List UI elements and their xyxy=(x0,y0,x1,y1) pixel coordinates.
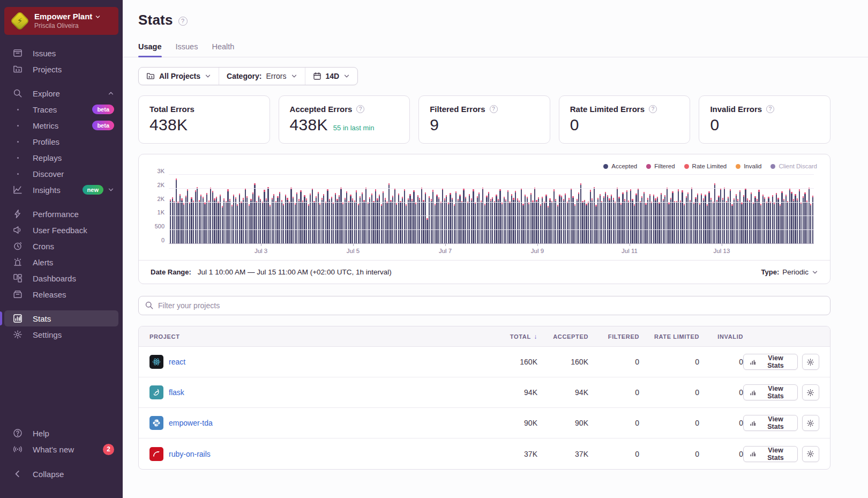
sidebar-item-crons[interactable]: Crons xyxy=(4,238,118,254)
legend-item-invalid[interactable]: Invalid xyxy=(736,163,761,169)
legend-item-client-discard[interactable]: Client Discard xyxy=(770,163,817,169)
chart-bar xyxy=(624,199,625,243)
help-icon[interactable]: ? xyxy=(649,105,657,113)
issues-icon xyxy=(13,48,23,58)
project-link[interactable]: flask xyxy=(169,388,184,397)
column-header-accepted[interactable]: ACCEPTED xyxy=(537,333,588,340)
table-header-row: PROJECTTOTAL ↓ACCEPTEDFILTEREDRATE LIMIT… xyxy=(139,326,830,347)
sidebar-item-label: Performance xyxy=(33,210,114,219)
sidebar-item-what-s-new[interactable]: What's new2 xyxy=(4,441,118,457)
chart-bar xyxy=(663,199,664,243)
chart-bar xyxy=(298,199,300,243)
view-stats-button[interactable]: View Stats xyxy=(743,446,798,462)
project-link[interactable]: react xyxy=(169,358,185,366)
sidebar-item-performance[interactable]: Performance xyxy=(4,206,118,222)
view-stats-button[interactable]: View Stats xyxy=(743,415,798,431)
chart-bar xyxy=(563,199,564,243)
legend-item-rate-limited[interactable]: Rate Limited xyxy=(684,163,727,169)
tab-health[interactable]: Health xyxy=(212,42,234,57)
help-icon[interactable]: ? xyxy=(766,105,774,113)
sidebar-item-metrics[interactable]: Metricsbeta xyxy=(4,117,118,133)
sidebar-item-dashboards[interactable]: Dashboards xyxy=(4,270,118,286)
project-settings-button[interactable] xyxy=(802,446,819,462)
org-switcher[interactable]: ⚡ Empower Plant Priscila Oliveira xyxy=(4,7,118,35)
sidebar-item-insights[interactable]: Insightsnew xyxy=(4,182,118,198)
page-help-icon[interactable]: ? xyxy=(178,17,188,26)
chart-bar xyxy=(375,189,376,243)
x-tick-label: Jul 9 xyxy=(531,248,544,254)
legend-item-accepted[interactable]: Accepted xyxy=(603,163,637,169)
legend-item-filtered[interactable]: Filtered xyxy=(646,163,675,169)
chart-bar xyxy=(467,202,468,243)
chart-bar xyxy=(528,203,529,243)
legend-label: Rate Limited xyxy=(692,163,727,169)
project-settings-button[interactable] xyxy=(802,415,819,431)
invalid-value: 0 xyxy=(699,450,743,458)
column-header-rate-limited[interactable]: RATE LIMITED xyxy=(639,333,699,340)
insights-icon xyxy=(13,185,23,195)
chart-bar xyxy=(655,198,656,243)
chart-type-dropdown[interactable]: Type: Periodic xyxy=(761,268,819,276)
column-header-invalid[interactable]: INVALID xyxy=(699,333,743,340)
help-icon[interactable]: ? xyxy=(490,105,498,113)
help-icon[interactable]: ? xyxy=(356,105,364,113)
chart-bar xyxy=(446,195,447,243)
category-value: Errors xyxy=(266,72,286,80)
sidebar-item-help[interactable]: Help xyxy=(4,425,118,441)
chart-bar xyxy=(544,202,545,243)
sidebar-item-label: Help xyxy=(33,429,114,438)
sidebar-item-label: User Feedback xyxy=(33,226,114,235)
chart-bar xyxy=(465,197,466,243)
sidebar-item-label: Collapse xyxy=(33,470,114,479)
project-link[interactable]: ruby-on-rails xyxy=(169,450,211,458)
help-icon xyxy=(13,428,23,438)
column-header-project[interactable]: PROJECT xyxy=(149,333,468,340)
chart-bar xyxy=(249,204,250,243)
project-link[interactable]: empower-tda xyxy=(169,419,213,427)
chart-bar xyxy=(716,200,717,243)
column-header-filtered[interactable]: FILTERED xyxy=(588,333,639,340)
chart-bar xyxy=(693,202,694,243)
sidebar-item-label: Issues xyxy=(33,49,114,58)
view-stats-label: View Stats xyxy=(760,415,791,430)
project-filter-dropdown[interactable]: All Projects xyxy=(139,68,219,85)
chart-bar xyxy=(388,183,390,243)
chart-bar xyxy=(513,198,514,243)
category-dropdown[interactable]: Category: Errors xyxy=(219,68,304,85)
chart-bar xyxy=(737,199,738,243)
view-stats-button[interactable]: View Stats xyxy=(743,384,798,400)
project-search-input[interactable] xyxy=(138,296,830,315)
sidebar-item-releases[interactable]: Releases xyxy=(4,286,118,302)
chart-bar xyxy=(356,190,357,243)
sidebar-item-discover[interactable]: Discover xyxy=(4,166,118,182)
chart-bar xyxy=(310,194,311,243)
sidebar-item-projects[interactable]: Projects xyxy=(4,61,118,77)
chart-bar xyxy=(362,192,363,243)
date-period-dropdown[interactable]: 14D xyxy=(305,68,358,85)
chart-bar xyxy=(345,198,346,243)
view-stats-button[interactable]: View Stats xyxy=(743,354,798,370)
category-label: Category: xyxy=(227,72,261,80)
sidebar-item-replays[interactable]: Replays xyxy=(4,150,118,166)
broadcast-icon xyxy=(13,444,23,454)
tab-issues[interactable]: Issues xyxy=(176,42,198,57)
sidebar-item-issues[interactable]: Issues xyxy=(4,45,118,61)
legend-dot-icon xyxy=(646,164,651,169)
sidebar-item-alerts[interactable]: Alerts xyxy=(4,254,118,270)
sidebar-item-profiles[interactable]: Profiles xyxy=(4,133,118,150)
sidebar-item-traces[interactable]: Tracesbeta xyxy=(4,101,118,117)
tab-usage[interactable]: Usage xyxy=(138,42,162,57)
sidebar-item-explore[interactable]: Explore xyxy=(4,85,118,101)
sidebar-item-stats[interactable]: Stats xyxy=(4,310,118,326)
main-content: Stats ? UsageIssuesHealth All Projects C… xyxy=(123,0,868,498)
column-header-total[interactable]: TOTAL ↓ xyxy=(468,333,537,340)
chart-bar xyxy=(522,204,523,243)
sidebar-item-user-feedback[interactable]: User Feedback xyxy=(4,222,118,238)
project-settings-button[interactable] xyxy=(802,354,819,370)
chart-bar xyxy=(396,203,397,243)
sidebar-item-settings[interactable]: Settings xyxy=(4,326,118,343)
project-settings-button[interactable] xyxy=(802,384,819,400)
chart-bar xyxy=(404,189,405,243)
chart-bar xyxy=(532,200,533,243)
sidebar-item-collapse[interactable]: Collapse xyxy=(4,466,118,482)
